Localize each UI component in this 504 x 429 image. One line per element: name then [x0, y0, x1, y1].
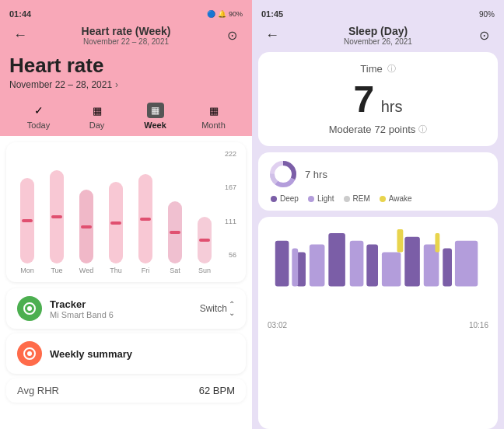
- page-title-left: Heart rate (Week): [82, 25, 171, 37]
- bottom-cards: Tracker Mi Smart Band 6 Switch ⌃⌄ Weekly…: [0, 288, 252, 374]
- summary-card-text: Weekly summary: [50, 348, 235, 360]
- bar-tue: Tue: [44, 166, 70, 274]
- summary-icon: [17, 341, 42, 366]
- tab-today[interactable]: ✓ Today: [9, 103, 68, 130]
- back-button-right[interactable]: ←: [261, 27, 283, 44]
- header-nav-left: ← Heart rate (Week) November 22 – 28, 20…: [9, 22, 243, 49]
- bar-sat-outer: [168, 201, 182, 263]
- bar-mon: Mon: [14, 166, 40, 274]
- tracker-title: Tracker: [50, 298, 200, 310]
- tab-month[interactable]: ▦ Month: [184, 103, 243, 130]
- svg-rect-11: [366, 245, 378, 287]
- settings-button-right[interactable]: ⊙: [473, 28, 495, 43]
- settings-button-left[interactable]: ⊙: [221, 28, 243, 43]
- bar-sun-line: [199, 239, 210, 242]
- svg-rect-17: [382, 252, 401, 286]
- svg-rect-13: [443, 249, 452, 287]
- donut-info: 7 hrs: [269, 160, 487, 188]
- sleep-start-time: 03:02: [268, 321, 287, 330]
- status-time-left: 01:44: [9, 9, 31, 19]
- sleep-chart-svg: [268, 225, 488, 310]
- donut-chart: [269, 160, 297, 188]
- right-title-block: Sleep (Day) November 26, 2021: [344, 25, 412, 46]
- chart-bars: Mon Tue Wed: [12, 150, 218, 274]
- switch-label: Switch: [200, 303, 227, 314]
- status-bar-left: 01:44 🔵 🔔 90%: [9, 6, 243, 22]
- sleep-moderate-row: Moderate 72 points ⓘ: [271, 124, 485, 135]
- svg-rect-14: [292, 249, 298, 287]
- svg-point-1: [27, 306, 32, 311]
- rem-dot: [344, 196, 350, 202]
- tracker-card[interactable]: Tracker Mi Smart Band 6 Switch ⌃⌄: [6, 288, 246, 329]
- sleep-time-card: Time ⓘ 7 hrs Moderate 72 points ⓘ: [258, 52, 498, 146]
- heart-rate-chart: Mon Tue Wed: [6, 142, 246, 282]
- status-icons-left: 🔵 🔔 90%: [207, 10, 243, 18]
- tab-month-label: Month: [201, 120, 226, 130]
- tracker-icon: [17, 296, 42, 321]
- y-label-222: 222: [218, 150, 236, 158]
- svg-rect-19: [455, 241, 478, 287]
- svg-rect-15: [310, 245, 325, 287]
- light-label: Light: [317, 194, 334, 203]
- donut-card: 7 hrs Deep Light REM Awake: [258, 152, 498, 211]
- bar-wed: Wed: [73, 166, 100, 274]
- sleep-points: 72 points: [375, 124, 416, 135]
- tab-day-label: Day: [89, 120, 105, 130]
- deep-label: Deep: [280, 194, 299, 203]
- svg-rect-8: [275, 241, 289, 287]
- bar-tue-label: Tue: [51, 267, 62, 274]
- donut-hours: 7 hrs: [305, 169, 327, 180]
- tab-today-icon: ✓: [30, 103, 47, 118]
- back-button-left[interactable]: ←: [9, 27, 31, 44]
- switch-button[interactable]: Switch ⌃⌄: [200, 300, 235, 317]
- legend-light: Light: [308, 194, 334, 203]
- deep-dot: [271, 196, 277, 202]
- right-page-title: Sleep (Day): [344, 25, 412, 37]
- legend-rem: REM: [344, 194, 370, 203]
- avg-rhr-value: 62 BPM: [199, 385, 235, 396]
- chart-container: Mon Tue Wed: [12, 150, 240, 274]
- date-range[interactable]: November 22 – 28, 2021 ›: [9, 79, 243, 90]
- status-time-right: 01:45: [261, 9, 283, 19]
- chevron-updown-icon: ⌃⌄: [229, 300, 235, 317]
- page-subtitle-left: November 22 – 28, 2021: [82, 37, 171, 46]
- tab-day[interactable]: ▦ Day: [68, 103, 126, 130]
- y-label-111: 111: [218, 218, 236, 225]
- battery-left: 90%: [229, 10, 243, 18]
- awake-label: Awake: [389, 194, 412, 203]
- tab-week[interactable]: ▦ Week: [126, 103, 184, 130]
- bar-wed-outer: [79, 190, 93, 263]
- sleep-time-info-icon: ⓘ: [387, 63, 396, 75]
- tracker-subtitle: Mi Smart Band 6: [50, 310, 200, 319]
- bar-mon-outer: [20, 178, 34, 263]
- bar-thu: Thu: [103, 166, 129, 274]
- legend-awake: Awake: [380, 194, 412, 203]
- svg-point-3: [27, 351, 32, 356]
- avg-rhr-row: Avg RHR 62 BPM: [6, 378, 246, 403]
- bar-thu-outer: [109, 182, 123, 263]
- bar-wed-label: Wed: [79, 267, 93, 274]
- tab-month-icon: ▦: [205, 103, 222, 118]
- right-panel: 01:45 90% ← Sleep (Day) November 26, 202…: [252, 0, 504, 429]
- date-range-text: November 22 – 28, 2021: [9, 79, 112, 90]
- awake-dot: [380, 196, 386, 202]
- weekly-summary-card[interactable]: Weekly summary: [6, 333, 246, 374]
- bar-wed-line: [81, 225, 92, 228]
- bar-sat: Sat: [162, 166, 188, 274]
- tab-week-label: Week: [144, 120, 166, 130]
- tracker-card-text: Tracker Mi Smart Band 6: [50, 298, 200, 319]
- svg-rect-16: [350, 241, 364, 287]
- left-panel: 01:44 🔵 🔔 90% ← Heart rate (Week) Novemb…: [0, 0, 252, 429]
- bar-thu-label: Thu: [110, 267, 122, 274]
- sleep-legend: Deep Light REM Awake: [269, 194, 487, 203]
- right-header-nav: ← Sleep (Day) November 26, 2021 ⊙: [261, 22, 495, 52]
- notification-icon: 🔔: [218, 10, 226, 18]
- bar-fri-outer: [138, 174, 152, 263]
- tab-bar: ✓ Today ▦ Day ▦ Week ▦ Month: [0, 98, 252, 136]
- bar-sun: Sun: [191, 166, 218, 274]
- bar-sun-outer: [198, 217, 212, 263]
- tab-today-label: Today: [27, 120, 50, 130]
- sleep-end-time: 10:16: [469, 321, 488, 330]
- bar-tue-line: [51, 215, 62, 218]
- chevron-right-icon: ›: [115, 79, 118, 90]
